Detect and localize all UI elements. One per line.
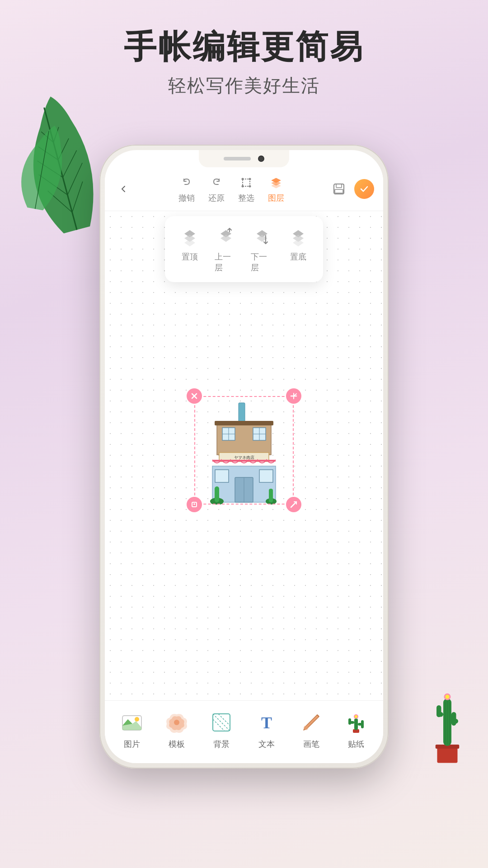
confirm-button[interactable] xyxy=(354,179,374,199)
svg-rect-92 xyxy=(361,720,364,728)
svg-rect-33 xyxy=(336,184,342,188)
toolbar-undo[interactable]: 撤销 xyxy=(178,175,195,203)
bottom-item-background[interactable]: 背景 xyxy=(201,710,242,750)
layer-label: 图层 xyxy=(268,193,284,203)
svg-rect-32 xyxy=(334,184,344,194)
text-icon: T xyxy=(254,710,279,735)
handle-bottom-right[interactable] xyxy=(286,497,301,512)
layer-item-bottom[interactable]: 置底 xyxy=(287,225,310,273)
bottom-toolbar: 图片 模板 xyxy=(105,700,383,763)
undo-label: 撤销 xyxy=(178,193,195,203)
svg-rect-16 xyxy=(436,705,441,717)
text-label: 文本 xyxy=(258,739,275,750)
svg-point-23 xyxy=(446,695,450,699)
selected-image[interactable]: ヤマネ肉店 xyxy=(194,396,294,505)
place-top-icon xyxy=(178,225,201,248)
layer-popup: 置顶 上一层 xyxy=(165,216,323,282)
toolbar-right xyxy=(329,179,374,199)
canvas-area[interactable]: ヤマネ肉店 xyxy=(105,211,383,700)
svg-point-80 xyxy=(135,717,139,722)
svg-point-85 xyxy=(304,726,308,730)
decorative-cactus-right xyxy=(434,678,461,769)
move-up-label: 上一层 xyxy=(215,251,237,273)
move-down-label: 下一层 xyxy=(251,251,273,273)
svg-point-25 xyxy=(242,178,244,180)
select-icon xyxy=(238,175,254,191)
toolbar: 撤销 还原 xyxy=(105,167,383,211)
svg-rect-88 xyxy=(354,718,358,730)
svg-point-94 xyxy=(355,715,357,718)
decorative-leaf-left xyxy=(0,90,90,262)
svg-rect-24 xyxy=(243,179,250,186)
image-icon xyxy=(119,710,145,735)
sticker-icon xyxy=(343,710,369,735)
select-label: 整选 xyxy=(238,193,254,203)
template-icon xyxy=(164,710,189,735)
move-up-icon xyxy=(215,225,237,248)
place-top-label: 置顶 xyxy=(182,251,198,262)
layer-icon xyxy=(268,175,284,191)
toolbar-actions: 撤销 还原 xyxy=(134,175,329,203)
sticker-label: 贴纸 xyxy=(348,739,364,750)
phone-outer: 撤销 还原 xyxy=(99,145,389,769)
background-label: 背景 xyxy=(213,739,230,750)
header-section: 手帐编辑更简易 轻松写作美好生活 xyxy=(0,27,488,98)
save-button[interactable] xyxy=(329,179,349,199)
svg-marker-37 xyxy=(184,239,195,246)
svg-rect-18 xyxy=(451,712,456,726)
bottom-item-template[interactable]: 模板 xyxy=(156,710,197,750)
svg-point-27 xyxy=(242,185,244,188)
svg-rect-90 xyxy=(348,718,351,725)
bottom-item-text[interactable]: T 文本 xyxy=(246,710,287,750)
place-bottom-icon xyxy=(287,225,310,248)
phone-notch xyxy=(199,150,289,167)
background-icon xyxy=(209,710,234,735)
phone-mockup: 撤销 还原 xyxy=(99,145,389,769)
brush-icon xyxy=(299,710,324,735)
redo-label: 还原 xyxy=(208,193,225,203)
svg-line-77 xyxy=(291,502,296,507)
svg-point-82 xyxy=(174,720,179,725)
brush-label: 画笔 xyxy=(303,739,319,750)
toolbar-select[interactable]: 整选 xyxy=(238,175,254,203)
layer-item-up[interactable]: 上一层 xyxy=(215,225,237,273)
layer-item-down[interactable]: 下一层 xyxy=(251,225,273,273)
handle-bottom-left[interactable] xyxy=(187,497,202,512)
layer-item-top[interactable]: 置顶 xyxy=(178,225,201,273)
bottom-item-sticker[interactable]: 贴纸 xyxy=(336,710,376,750)
header-title: 手帐编辑更简易 xyxy=(0,27,488,66)
toolbar-redo[interactable]: 还原 xyxy=(208,175,225,203)
selection-border xyxy=(194,396,294,505)
phone-speaker xyxy=(224,157,251,160)
move-down-icon xyxy=(251,225,273,248)
svg-marker-39 xyxy=(221,235,231,242)
phone-camera xyxy=(258,156,264,162)
redo-icon xyxy=(208,175,225,191)
phone-inner: 撤销 还原 xyxy=(105,150,383,763)
svg-point-28 xyxy=(249,185,251,188)
handle-top-right[interactable] xyxy=(286,388,301,404)
svg-point-26 xyxy=(249,178,251,180)
svg-rect-34 xyxy=(335,189,343,193)
bottom-item-image[interactable]: 图片 xyxy=(112,710,152,750)
svg-marker-46 xyxy=(293,239,304,246)
back-button[interactable] xyxy=(114,179,134,199)
template-label: 模板 xyxy=(169,739,185,750)
header-subtitle: 轻松写作美好生活 xyxy=(0,73,488,98)
undo-icon xyxy=(178,175,195,191)
place-bottom-label: 置底 xyxy=(290,251,306,262)
handle-top-left[interactable] xyxy=(187,388,202,404)
bottom-item-brush[interactable]: 画笔 xyxy=(291,710,332,750)
image-label: 图片 xyxy=(124,739,140,750)
svg-marker-31 xyxy=(272,184,281,188)
svg-text:T: T xyxy=(261,714,272,732)
phone-screen: 撤销 还原 xyxy=(105,167,383,763)
toolbar-layer[interactable]: 图层 xyxy=(268,175,284,203)
